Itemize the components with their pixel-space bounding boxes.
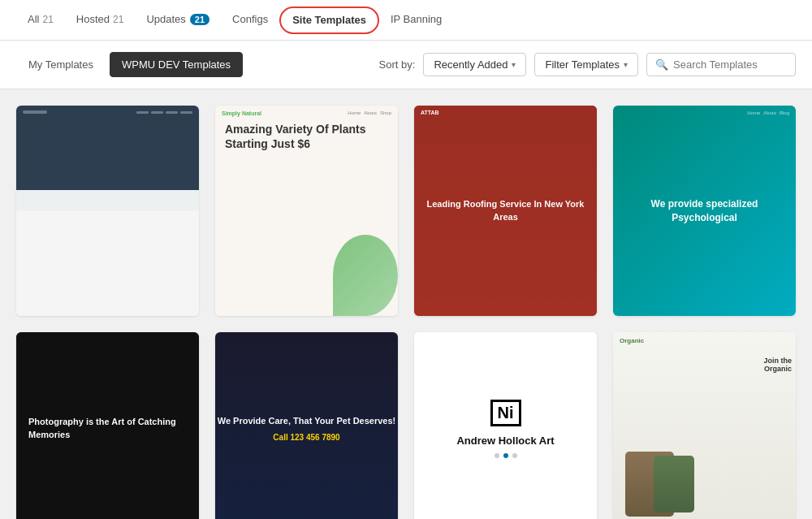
filter-label: Filter Templates [545, 58, 620, 71]
nav-configs[interactable]: Configs [221, 0, 279, 41]
template-type-tabs: My Templates WPMU DEV Templates [16, 52, 243, 77]
template-card-photology: Photography is the Art of Catching Memor… [16, 332, 199, 519]
sn-leaf-decoration [333, 235, 398, 316]
organic-logo: Organic [620, 337, 644, 344]
sort-value: Recently Added [434, 58, 508, 71]
nav-site-templates[interactable]: Site Templates [279, 6, 379, 34]
template-preview-painter: Ni Andrew Hollock Art [414, 332, 597, 519]
search-box[interactable]: 🔍 [646, 53, 796, 76]
painter-dots [495, 453, 517, 458]
mock-nav [16, 110, 199, 114]
organic-product-2 [654, 456, 694, 513]
roofing-text: Leading Roofing Service In New York Area… [414, 190, 597, 231]
search-icon: 🔍 [655, 58, 668, 71]
template-preview-organic-store: Organic Join theOrganic [613, 332, 796, 519]
template-preview-photology: Photography is the Art of Catching Memor… [16, 332, 199, 519]
filter-templates-button[interactable]: Filter Templates ▾ [534, 53, 638, 76]
template-preview-roofing: ATTAB Leading Roofing Service In New Yor… [414, 106, 597, 316]
nav-updates-badge: 21 [190, 14, 209, 25]
template-card-painter: Ni Andrew Hollock Art Painter NEVE + GUT… [414, 332, 597, 519]
sub-navigation: My Templates WPMU DEV Templates Sort by:… [0, 41, 812, 89]
nav-all[interactable]: All 21 [16, 0, 65, 41]
nav-configs-label: Configs [232, 13, 268, 25]
nav-updates-label: Updates [146, 13, 185, 25]
main-content: Oblique a simple wordpress blogging them… [0, 89, 812, 519]
search-input[interactable] [673, 58, 787, 71]
template-card-simply-natural: Simply Natural HomeAboutShop Amazing Var… [215, 106, 398, 316]
my-templates-tab[interactable]: My Templates [16, 52, 106, 77]
sort-dropdown[interactable]: Recently Added ▾ [423, 53, 526, 76]
sort-chevron-icon: ▾ [512, 60, 516, 69]
mock-links [136, 111, 192, 114]
template-card-vintage: Oblique a simple wordpress blogging them… [16, 106, 199, 316]
template-preview-simply-natural: Simply Natural HomeAboutShop Amazing Var… [215, 106, 398, 316]
painter-logo: Ni [490, 400, 521, 426]
nav-all-label: All [28, 13, 39, 25]
nav-hosted-label: Hosted [76, 13, 110, 25]
organic-text-overlay: Join theOrganic [763, 357, 792, 373]
nav-ip-banning-label: IP Banning [391, 13, 442, 25]
sn-nav: HomeAboutShop [348, 110, 391, 115]
top-navigation: All 21 Hosted 21 Updates 21 Configs Site… [0, 0, 812, 41]
sn-title-text: Amazing Variety Of Plants Starting Just … [225, 122, 388, 151]
nav-ip-banning[interactable]: IP Banning [379, 0, 453, 41]
nav-hosted-count: 21 [113, 14, 123, 25]
attab-label: ATTAB [421, 110, 439, 115]
pet-text: We Provide Care, That Your Pet Deserves! [218, 415, 395, 427]
template-controls: Sort by: Recently Added ▾ Filter Templat… [379, 53, 796, 76]
sn-logo: Simply Natural [222, 110, 261, 116]
template-card-organic-store: Organic Join theOrganic Organic Store AS… [613, 332, 796, 519]
template-card-pet-services: We Provide Care, That Your Pet Deserves!… [215, 332, 398, 519]
pet-phone: Call 123 456 7890 [273, 433, 339, 442]
template-grid: Oblique a simple wordpress blogging them… [16, 106, 796, 519]
template-preview-pet-services: We Provide Care, That Your Pet Deserves!… [215, 332, 398, 519]
psych-nav: HomeAboutBlog [747, 110, 789, 115]
nav-updates[interactable]: Updates 21 [135, 0, 221, 41]
sort-by-label: Sort by: [379, 58, 416, 71]
template-card-psychologist: HomeAboutBlog We provide specialized Psy… [613, 106, 796, 316]
organic-join-text: Join theOrganic [763, 357, 792, 373]
nav-all-count: 21 [42, 14, 53, 25]
template-card-roofing: ATTAB Leading Roofing Service In New Yor… [414, 106, 597, 316]
wpmu-templates-tab[interactable]: WPMU DEV Templates [110, 52, 243, 77]
mock-logo [23, 110, 47, 114]
photo-text: Photography is the Art of Catching Memor… [28, 416, 187, 441]
filter-chevron-icon: ▾ [624, 60, 628, 69]
painter-title-text: Andrew Hollock Art [456, 435, 554, 447]
template-preview-vintage: Oblique a simple wordpress blogging them… [16, 106, 199, 316]
psych-text: We provide specialized Psychological [613, 189, 796, 233]
template-preview-psychologist: HomeAboutBlog We provide specialized Psy… [613, 106, 796, 316]
nav-site-templates-label: Site Templates [292, 14, 366, 26]
sn-text: Amazing Variety Of Plants Starting Just … [225, 122, 388, 151]
nav-hosted[interactable]: Hosted 21 [65, 0, 136, 41]
